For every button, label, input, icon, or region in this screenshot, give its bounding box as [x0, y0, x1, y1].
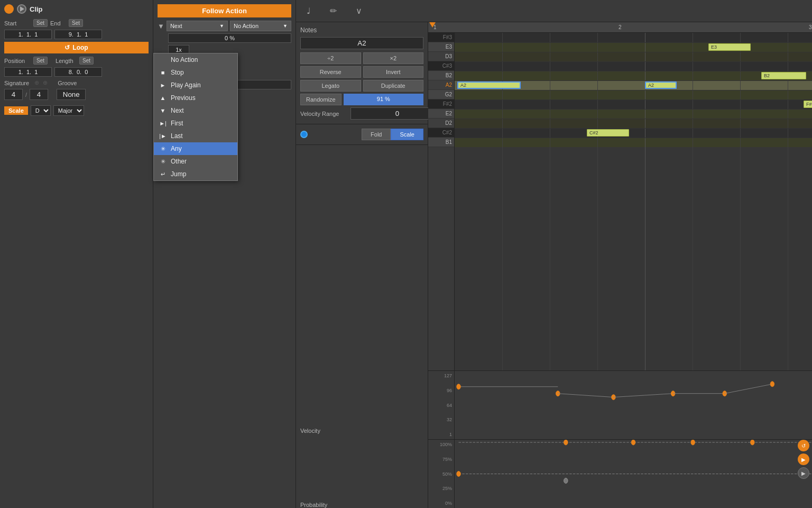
- reverse-invert-row: Reverse Invert: [300, 66, 423, 78]
- vline-5: [740, 33, 741, 370]
- dropdown-item-any[interactable]: ✳ Any: [154, 142, 237, 155]
- key-csharp3: C#3: [428, 61, 454, 71]
- key-fsharp3: F#3: [428, 33, 454, 42]
- vel-range-label: Velocity Range: [300, 111, 348, 117]
- dropdown-item-first[interactable]: ►| First: [154, 117, 237, 130]
- end-set-btn[interactable]: Set: [69, 19, 83, 27]
- start-value[interactable]: [4, 30, 52, 39]
- loop-transport-icon: ↺: [801, 443, 806, 449]
- svg-point-15: [751, 440, 755, 445]
- action1-select[interactable]: Next ▼: [167, 21, 228, 31]
- v-icon: ∨: [356, 6, 362, 15]
- start-end-values: [4, 30, 149, 39]
- legato-dup-row: Legato Duplicate: [300, 80, 423, 92]
- grid-canvas[interactable]: E3 B2 A2 A2: [455, 33, 812, 370]
- clip-record-btn[interactable]: [4, 4, 14, 14]
- dropdown-item-stop[interactable]: ■ Stop: [154, 66, 237, 79]
- velocity-graph: [455, 371, 812, 439]
- dropdown-item-last[interactable]: |► Last: [154, 130, 237, 142]
- noaction1-select[interactable]: No Action ▼: [230, 21, 291, 31]
- groove-value[interactable]: [57, 89, 86, 100]
- invert-btn[interactable]: Invert: [363, 66, 424, 78]
- loop-btn[interactable]: ↺ Loop: [4, 42, 149, 53]
- randomize-pct: 91 %: [344, 94, 423, 105]
- reverse-btn[interactable]: Reverse: [300, 66, 361, 78]
- sig-den[interactable]: [30, 89, 48, 100]
- stop-transport-btn[interactable]: ▶: [798, 467, 809, 479]
- end-value[interactable]: [54, 30, 102, 39]
- probability-panel: 100% 75% 50% 25% 0%: [428, 439, 812, 508]
- note-csharp2[interactable]: C#2: [587, 129, 629, 137]
- follow-action-btn[interactable]: Follow Action: [158, 4, 291, 17]
- end-label: End: [50, 20, 66, 26]
- vel-range-row: Velocity Range: [300, 107, 423, 120]
- position-label: Position: [4, 58, 31, 64]
- grid-row-d2: [455, 119, 812, 128]
- sig-num[interactable]: [4, 89, 23, 100]
- play-transport-btn[interactable]: ▶: [798, 453, 809, 465]
- loop-transport-btn[interactable]: ↺: [798, 440, 809, 451]
- key-e3: E3: [428, 42, 454, 52]
- play-again-icon: ►: [159, 82, 167, 88]
- groove-label: Groove: [58, 80, 77, 86]
- dropdown-item-play-again[interactable]: ► Play Again: [154, 79, 237, 92]
- scale-mode-select[interactable]: Major: [53, 105, 84, 116]
- length-set-btn[interactable]: Set: [79, 57, 94, 65]
- scale-key-select[interactable]: D: [31, 105, 51, 116]
- probability-graph: [455, 440, 812, 508]
- dropdown-item-no-action[interactable]: No Action: [154, 53, 237, 66]
- fold-btn[interactable]: Fold: [362, 129, 391, 140]
- dropdown-item-previous[interactable]: ▲ Previous: [154, 92, 237, 104]
- duplicate-btn[interactable]: Duplicate: [363, 80, 424, 92]
- position-set-btn[interactable]: Set: [33, 57, 48, 65]
- velocity-area-label: Velocity: [300, 428, 320, 434]
- edit-tool-btn[interactable]: ✏: [326, 4, 341, 18]
- mul2-btn[interactable]: ×2: [363, 52, 424, 64]
- top-toolbar: ♩ ✏ ∨: [296, 0, 812, 22]
- dropdown-label-other: Other: [171, 158, 187, 165]
- note-a2-second-label: A2: [647, 83, 654, 88]
- scale-btn[interactable]: Scale: [4, 106, 28, 115]
- scale-active-btn[interactable]: Scale: [391, 129, 423, 140]
- start-set-btn[interactable]: Set: [33, 19, 48, 27]
- dropdown-item-next[interactable]: ▼ Next: [154, 104, 237, 117]
- grid-row-b1: [455, 138, 812, 147]
- note-name-field[interactable]: [300, 37, 423, 49]
- marker-3: 3: [809, 24, 812, 30]
- pct-field[interactable]: [168, 33, 291, 43]
- div2-btn[interactable]: ÷2: [300, 52, 361, 64]
- note-e3[interactable]: E3: [708, 43, 751, 51]
- piano-grid-area: 1 2 3 F#3 E3 D3 C#3 B2 A2 G2 F#2: [428, 22, 812, 508]
- grid-row-e2: [455, 109, 812, 119]
- note-tool-btn[interactable]: ♩: [302, 4, 315, 18]
- dropdown-label-no-action: No Action: [171, 56, 198, 64]
- dropdown-item-other[interactable]: ✳ Other: [154, 155, 237, 168]
- length-value[interactable]: [54, 67, 102, 77]
- note-a2-first[interactable]: A2: [457, 81, 521, 89]
- edit-icon: ✏: [330, 6, 337, 15]
- key-fsharp2: F#2: [428, 99, 454, 109]
- note-b2[interactable]: B2: [761, 72, 806, 79]
- dropdown-item-jump[interactable]: ↵ Jump: [154, 168, 237, 180]
- left-panel: Clip Start Set End Set ↺ Loop Position S…: [0, 0, 153, 508]
- prob-100: 100%: [430, 442, 452, 447]
- note-fsharp2[interactable]: F#2: [804, 101, 812, 108]
- velocity-panel: 127 96 64 32 1: [428, 370, 812, 439]
- note-e3-label: E3: [710, 44, 717, 50]
- clip-play-btn[interactable]: [17, 4, 26, 14]
- signature-label: Signature: [4, 80, 29, 86]
- bottom-label-area: Velocity Probability: [296, 145, 428, 508]
- velocity-scale: 127 96 64 32 1: [428, 371, 455, 439]
- v-tool-btn[interactable]: ∨: [352, 4, 366, 18]
- grid-background: E3 B2 A2 A2: [455, 33, 812, 370]
- main-content-area: Notes ÷2 ×2 Reverse Invert Legato Duplic…: [296, 22, 812, 508]
- svg-point-17: [457, 471, 461, 477]
- note-a2-second[interactable]: A2: [645, 81, 677, 89]
- svg-line-3: [558, 394, 613, 397]
- vline-6: [788, 33, 788, 370]
- position-value[interactable]: [4, 67, 52, 77]
- randomize-btn[interactable]: Randomize: [300, 94, 342, 105]
- legato-notes-btn[interactable]: Legato: [300, 80, 361, 92]
- prob-25: 25%: [430, 486, 452, 491]
- middle-panel: Follow Action ▼ Next ▼ No Action ▼ ◄◄: [153, 0, 296, 508]
